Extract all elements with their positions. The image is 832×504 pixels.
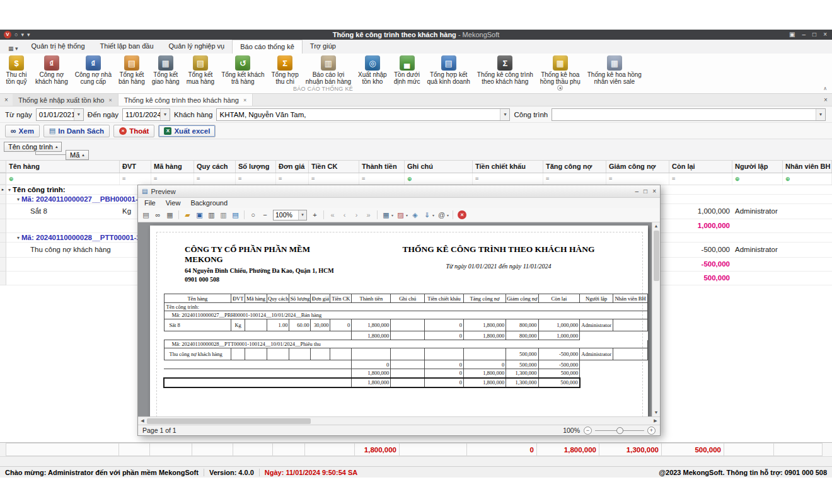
ribbon-button-tong-ket-giao-hang[interactable]: ▦Tổng kết giao hàng (149, 54, 183, 85)
preview-horizontal-scrollbar[interactable]: ◀ ▶ (138, 416, 660, 425)
doc-tab-thong-ke-cong-trinh-theo-khach-hang[interactable]: Thống kê công trình theo khách hàng× (118, 94, 253, 106)
ribbon-collapse-icon[interactable]: ∧ (823, 86, 827, 91)
ribbon-tab-quan-ly-nghiep-vu[interactable]: Quản lý nghiệp vụ (161, 40, 233, 54)
filter-cell-ma_hang[interactable]: = (151, 173, 194, 185)
ribbon-tab-bao-cao-thong-ke[interactable]: Báo cáo thống kê (232, 40, 303, 54)
scroll-left-icon[interactable]: ◀ (138, 418, 147, 423)
expand-icon[interactable]: ▾ (8, 187, 11, 193)
search-icon[interactable]: ∞ (153, 210, 163, 220)
preview-titlebar[interactable]: ▤ Preview – □ × (138, 185, 660, 198)
filter-cell-dvt[interactable]: = (120, 173, 151, 185)
in-danh-sach-button[interactable]: ▤In Danh Sách (43, 125, 110, 137)
ribbon-button-tong-ket-khach-tra-hang[interactable]: ↺Tổng kết khách trả hàng (218, 54, 267, 85)
filter-cell-so_luong[interactable]: = (236, 173, 276, 185)
filter-cell-ten_hang[interactable]: ⊕ (6, 173, 120, 185)
page-color-icon[interactable]: ▨ (395, 210, 406, 220)
filter-cell-tien_ck[interactable]: = (309, 173, 359, 185)
group-by-panel[interactable]: Tên công trình▴Mã▴ (0, 139, 832, 161)
filter-cell-don_gia[interactable]: = (276, 173, 309, 185)
last-page-icon[interactable]: » (363, 210, 374, 220)
column-header-con_lai[interactable]: Còn lại (669, 161, 732, 173)
ribbon-tab-tro-giup[interactable]: Trợ giúp (303, 40, 344, 54)
menu-view[interactable]: View (161, 198, 186, 208)
close-document-icon[interactable]: × (0, 94, 13, 106)
khach-hang-combo[interactable]: KHTAM, Nguyễn Văn Tam,▾ (216, 108, 510, 121)
filter-cell-quy_cach[interactable]: = (194, 173, 236, 185)
toolbar-options-icon[interactable]: ▾ (27, 30, 30, 40)
column-header-tien_ck[interactable]: Tiền CK (309, 161, 359, 173)
filter-cell-thanh_tien[interactable]: = (359, 173, 405, 185)
close-tab-icon[interactable]: × (108, 97, 112, 103)
quick-print-icon[interactable]: ▥ (218, 210, 229, 220)
preview-close-icon[interactable]: × (652, 186, 656, 197)
chevron-down-icon[interactable]: ▾ (816, 109, 825, 120)
column-header-nhan_vien_bh[interactable]: Nhân viên BH (783, 161, 832, 173)
doc-tab-thong-ke-nhap-xuat-ton-kho[interactable]: Thống kê nhập xuất tồn kho× (13, 94, 118, 106)
magnifier-icon[interactable]: ○ (248, 210, 258, 220)
ribbon-button-bao-cao-loi-nhuan-ban-hang[interactable]: ▥Báo cáo lợi nhuận bán hàng (303, 54, 354, 85)
column-header-nguoi_lap[interactable]: Người lập (732, 161, 783, 173)
expand-icon[interactable]: ▾ (17, 235, 20, 241)
multiple-pages-icon[interactable]: ▦ (381, 210, 391, 220)
exit-icon[interactable]: × (458, 210, 466, 219)
open-icon[interactable]: ▰ (182, 210, 193, 220)
print-icon[interactable]: ▥ (206, 210, 217, 220)
watermark-icon[interactable]: ◈ (410, 210, 420, 220)
chevron-down-icon[interactable]: ▾ (21, 30, 24, 40)
dropdown-icon[interactable]: ▾ (432, 213, 434, 217)
prev-page-icon[interactable]: ‹ (339, 210, 350, 220)
filter-cell-nguoi_lap[interactable]: ⊕ (732, 173, 783, 185)
save-icon[interactable]: ▣ (194, 210, 205, 220)
xuat-excel-button[interactable]: XXuất excel (158, 125, 216, 137)
column-header-ma_hang[interactable]: Mã hàng (151, 161, 194, 173)
ribbon-button-thong-ke-cong-trinh-theo-khach-hang[interactable]: ΣThống kê công trình theo khách hàng (474, 54, 536, 85)
column-header-tien_chiet_khau[interactable]: Tiền chiết khấu (473, 161, 543, 173)
document-map-icon[interactable]: ▤ (141, 210, 151, 220)
ribbon-button-thong-ke-hoa-hong-thau-phu[interactable]: ▦Thống kê hoa hồng thầu phụ (537, 54, 584, 85)
dropdown-icon[interactable]: ▾ (406, 213, 408, 217)
zoom-out-icon[interactable]: − (260, 210, 270, 220)
thumbnails-icon[interactable]: ▦ (165, 210, 175, 220)
filter-cell-nhan_vien_bh[interactable]: ⊕ (783, 173, 832, 185)
export-icon[interactable]: ⇓ (422, 210, 432, 220)
dropdown-icon[interactable]: ▾ (391, 213, 393, 217)
ribbon-tab-quan-tri-he-thong[interactable]: Quản trị hệ thống (24, 40, 93, 54)
zoom-in-icon[interactable]: + (309, 210, 320, 220)
filter-cell-ghi_chu[interactable]: ⊕ (405, 173, 473, 185)
quick-access-icon[interactable]: ○ (14, 30, 18, 40)
close-icon[interactable]: × (823, 30, 827, 40)
preview-vertical-scrollbar[interactable]: ▲ ▼ (652, 222, 660, 416)
next-page-icon[interactable]: › (351, 210, 362, 220)
dialog-launcher-icon[interactable] (557, 85, 563, 91)
column-header-ghi_chu[interactable]: Ghi chú (405, 161, 473, 173)
preview-minimize-icon[interactable]: – (635, 186, 639, 197)
ribbon-tab-thiet-lap-ban-dau[interactable]: Thiết lập ban đầu (93, 40, 161, 54)
ribbon-menu-icon[interactable]: ▦ ▾ (3, 43, 24, 54)
ribbon-button-thong-ke-hoa-hong-nhan-vien-sale[interactable]: ▦Thống kê hoa hồng nhân viên sale (584, 54, 645, 85)
ribbon-button-xuat-nhap-ton-kho[interactable]: ◎Xuất nhập tồn kho (355, 54, 390, 85)
close-tabbar-icon[interactable]: × (819, 94, 832, 106)
cong-trinh-combo[interactable]: ▾ (552, 108, 826, 121)
column-header-thanh_tien[interactable]: Thành tiền (359, 161, 405, 173)
zoom-slider-thumb[interactable] (616, 427, 623, 434)
scroll-down-icon[interactable]: ▼ (654, 409, 659, 416)
filter-cell-giam_cong_no[interactable]: = (606, 173, 669, 185)
tu-ngay-combo[interactable]: 01/01/2021▾ (36, 108, 84, 121)
minimize-icon[interactable]: – (802, 30, 806, 40)
close-tab-icon[interactable]: × (243, 97, 246, 103)
scrollbar-thumb[interactable] (147, 418, 311, 424)
ribbon-button-cong-no-khach-hang[interactable]: ₫Công nợ khách hàng (32, 54, 71, 85)
chevron-down-icon[interactable]: ▾ (160, 109, 170, 120)
group-chip-ma[interactable]: Mã▴ (66, 150, 89, 160)
email-icon[interactable]: @ (436, 210, 447, 220)
chevron-down-icon[interactable]: ▾ (74, 109, 83, 120)
scroll-up-icon[interactable]: ▲ (654, 222, 659, 230)
scroll-right-icon[interactable]: ▶ (651, 418, 660, 423)
menu-background[interactable]: Background (185, 198, 233, 208)
column-header-giam_cong_no[interactable]: Giảm công nợ (606, 161, 669, 173)
menu-file[interactable]: File (139, 198, 161, 208)
column-header-ten_hang[interactable]: Tên hàng (6, 161, 120, 173)
scrollbar-thumb[interactable] (654, 231, 659, 281)
ribbon-button-tong-hop-thu-chi[interactable]: ΣTổng hợp thu chi (269, 54, 302, 85)
fullscreen-icon[interactable]: ▣ (789, 30, 795, 40)
